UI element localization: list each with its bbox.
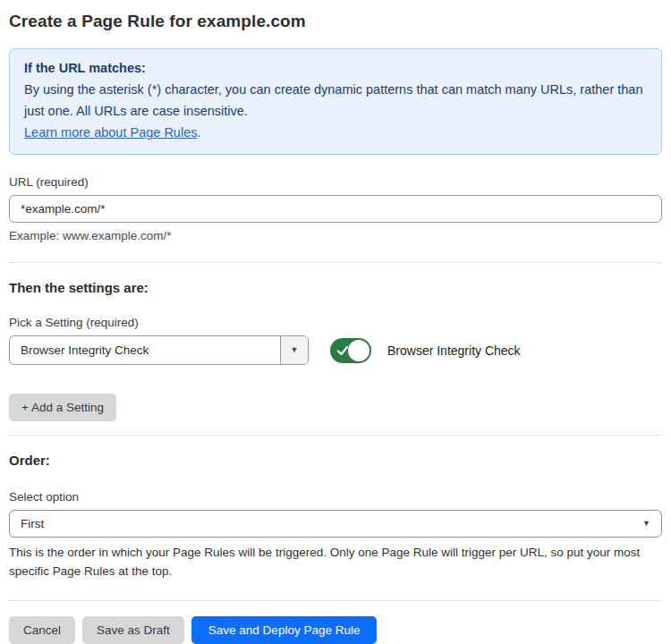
- check-icon: [337, 345, 348, 356]
- pick-setting-label: Pick a Setting (required): [9, 316, 662, 329]
- page-rule-form: Create a Page Rule for example.com If th…: [0, 12, 671, 644]
- browser-integrity-toggle[interactable]: [330, 338, 371, 363]
- divider: [9, 262, 662, 263]
- url-example-text: Example: www.example.com/*: [9, 229, 662, 242]
- settings-section-heading: Then the settings are:: [9, 280, 662, 295]
- order-help-text: This is the order in which your Page Rul…: [9, 543, 657, 580]
- divider: [9, 435, 662, 436]
- save-draft-button[interactable]: Save as Draft: [82, 616, 184, 644]
- page-title: Create a Page Rule for example.com: [9, 12, 662, 31]
- setting-select[interactable]: Browser Integrity Check ▼: [9, 335, 309, 365]
- url-field-label: URL (required): [9, 175, 662, 189]
- order-select-value: First: [10, 517, 642, 530]
- setting-select-value: Browser Integrity Check: [10, 336, 280, 364]
- add-setting-button[interactable]: + Add a Setting: [9, 394, 116, 421]
- footer-actions: Cancel Save as Draft Save and Deploy Pag…: [9, 616, 662, 644]
- info-box-heading: If the URL matches:: [24, 57, 647, 79]
- toggle-knob: [348, 340, 369, 361]
- info-box-link-line: Learn more about Page Rules.: [24, 122, 647, 143]
- divider: [9, 600, 662, 601]
- order-section-heading: Order:: [9, 453, 662, 468]
- cancel-button[interactable]: Cancel: [9, 616, 75, 644]
- chevron-down-icon: ▼: [291, 346, 299, 354]
- order-select-label: Select option: [9, 490, 662, 504]
- chevron-down-icon: ▼: [642, 520, 650, 528]
- order-select[interactable]: First ▼: [9, 510, 662, 538]
- setting-row: Browser Integrity Check ▼ Browser Integr…: [9, 335, 662, 365]
- save-deploy-button[interactable]: Save and Deploy Page Rule: [191, 616, 378, 644]
- learn-more-link[interactable]: Learn more about Page Rules: [24, 125, 197, 140]
- url-input[interactable]: [9, 195, 662, 223]
- link-suffix: .: [197, 125, 200, 140]
- info-box-body: By using the asterisk (*) character, you…: [24, 79, 647, 122]
- setting-select-arrow-button[interactable]: ▼: [280, 336, 308, 364]
- url-match-info-box: If the URL matches: By using the asteris…: [9, 48, 662, 155]
- toggle-label: Browser Integrity Check: [387, 343, 521, 358]
